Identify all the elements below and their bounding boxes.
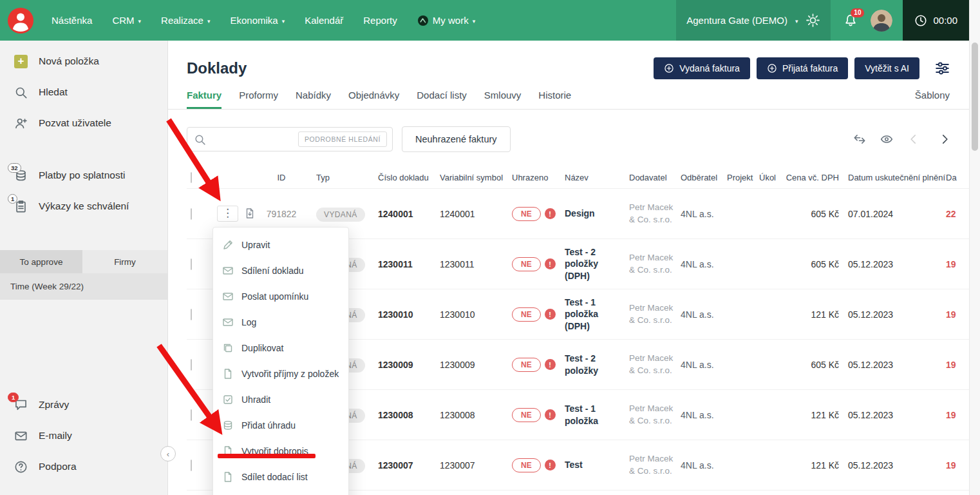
- sidebar-time-row[interactable]: Time (Week 29/22): [0, 273, 167, 300]
- time-tracker[interactable]: 00:00: [903, 0, 969, 41]
- menu-item-vytvo-it-p-jmy-z-polo-ek[interactable]: Vytvořit příjmy z položek: [213, 361, 348, 387]
- column-header-n-zev[interactable]: Název: [565, 173, 629, 182]
- pagination-next-icon[interactable]: [938, 133, 951, 146]
- tab-objedn-vky[interactable]: Objednávky: [348, 90, 399, 109]
- cell-odberatel: 4NL a.s.: [681, 259, 727, 269]
- menu-item-duplikovat[interactable]: Duplikovat: [213, 335, 348, 361]
- account-label: Agentura Gate (DEMO): [686, 15, 787, 26]
- scrollbar[interactable]: [969, 0, 980, 495]
- cell-odberatel: 4NL a.s.: [681, 209, 727, 219]
- row-checkbox[interactable]: [191, 309, 192, 320]
- document-tabs: FakturyProformyNabídkyObjednávkyDodací l…: [167, 90, 969, 110]
- warning-icon: !: [545, 309, 556, 320]
- cell-id: 791822: [267, 209, 297, 219]
- column-header-datum-uskute-n-n-pln-n[interactable]: Datum uskutečnění plnění: [847, 173, 943, 182]
- column-header-da[interactable]: Da: [943, 173, 969, 182]
- sidebar-item-reports-to-approve[interactable]: 1 Výkazy ke schválení: [0, 191, 167, 222]
- nav-item-label: Ekonomika: [230, 15, 278, 26]
- tab-faktury[interactable]: Faktury: [187, 90, 221, 109]
- column-header-dodavatel[interactable]: Dodavatel: [629, 173, 681, 182]
- avatar[interactable]: [871, 10, 892, 32]
- menu-item-log[interactable]: Log: [213, 309, 348, 335]
- sidebar-item-overdue-payments[interactable]: 32 Platby po splatnosti: [0, 160, 167, 191]
- cell-vs: 1230011: [440, 259, 512, 269]
- menu-item-sd-let-dodac-list[interactable]: Sdílet dodací list: [213, 464, 348, 490]
- nav-item-kalend[interactable]: Kalendář: [305, 15, 343, 26]
- row-menu-button[interactable]: ⋮: [217, 206, 238, 221]
- tab-smlouvy[interactable]: Smlouvy: [484, 90, 522, 109]
- menu-item-label: Uhradit: [241, 394, 270, 405]
- menu-item-sd-len-dokladu[interactable]: Sdílení dokladu: [213, 258, 348, 284]
- sidebar-item-support[interactable]: Podpora: [0, 451, 167, 482]
- sidebar-tab-firmy[interactable]: Firmy: [82, 250, 167, 273]
- column-header-cena-v-dph[interactable]: Cena vč. DPH: [786, 173, 847, 182]
- scrollbar-thumb[interactable]: [972, 43, 978, 151]
- tab-historie[interactable]: Historie: [538, 90, 571, 109]
- notifications-button[interactable]: 10: [843, 14, 858, 28]
- select-all-checkbox[interactable]: [191, 172, 192, 183]
- cell-datum: 05.12.2023: [847, 259, 943, 269]
- search-box[interactable]: PODROBNÉ HLEDÁNÍ: [187, 127, 393, 151]
- nav-item-realizace[interactable]: Realizace▾: [161, 15, 210, 26]
- column-header-variabiln-symbol[interactable]: Variabilní symbol: [440, 173, 512, 182]
- menu-item-p-idat-hradu[interactable]: Přidat úhradu: [213, 412, 348, 438]
- column-header-projekt[interactable]: Projekt: [727, 173, 759, 182]
- unpaid-badge: NE: [512, 458, 541, 472]
- gear-icon[interactable]: [806, 13, 820, 28]
- app-logo-icon[interactable]: [8, 8, 33, 34]
- menu-item-vytvo-it-dobropis[interactable]: Vytvořit dobropis: [213, 438, 348, 464]
- row-checkbox[interactable]: [191, 409, 192, 421]
- sidebar-item-search[interactable]: Hledat: [0, 77, 167, 108]
- help-icon: [14, 460, 28, 474]
- column-header-typ[interactable]: Typ: [307, 173, 370, 182]
- sidebar-item-messages[interactable]: 1 Zprávy: [0, 389, 167, 420]
- chevron-down-icon: ▾: [207, 18, 211, 24]
- cell-splatnost: 19: [943, 259, 969, 269]
- column-settings-icon[interactable]: [853, 133, 866, 146]
- nav-item-ekonomika[interactable]: Ekonomika▾: [230, 15, 285, 26]
- menu-item-cut-10[interactable]: [213, 490, 348, 495]
- app-window: NástěnkaCRM▾Realizace▾Ekonomika▾Kalendář…: [0, 0, 980, 495]
- sidebar-item-new-item[interactable]: + Nová položka: [0, 46, 167, 77]
- nav-item-my-work[interactable]: My work▾: [417, 15, 475, 26]
- tab-dodac-listy[interactable]: Dodací listy: [417, 90, 467, 109]
- menu-item-label: Upravit: [241, 240, 270, 250]
- sidebar-item-invite-user[interactable]: Pozvat uživatele: [0, 108, 167, 139]
- document-icon[interactable]: [244, 208, 256, 219]
- menu-item-upravit[interactable]: Upravit: [213, 232, 348, 258]
- cell-cislo: 1240001: [370, 209, 440, 219]
- filter-settings-icon[interactable]: [934, 61, 951, 76]
- cell-cena: 605 Kč: [811, 360, 847, 370]
- account-switcher[interactable]: Agentura Gate (DEMO) ▾: [676, 0, 831, 41]
- column-header-uhrazeno[interactable]: Uhrazeno: [512, 173, 565, 182]
- unpaid-invoices-filter-button[interactable]: Neuhrazené faktury: [402, 126, 511, 152]
- tab-proformy[interactable]: Proformy: [239, 90, 278, 109]
- sidebar-item-emails[interactable]: E-maily: [0, 420, 167, 451]
- row-checkbox[interactable]: [191, 359, 192, 371]
- sidebar-item-label: Zprávy: [39, 399, 69, 411]
- column-header-odb-ratel[interactable]: Odběratel: [681, 173, 727, 182]
- column-header-slo-dokladu[interactable]: Číslo dokladu: [370, 173, 440, 182]
- visibility-icon[interactable]: [880, 133, 893, 146]
- nav-item-reporty[interactable]: Reporty: [363, 15, 397, 26]
- tab-templates[interactable]: Šablony: [915, 90, 950, 109]
- column-header-id[interactable]: ID: [278, 173, 286, 182]
- tab-nab-dky[interactable]: Nabídky: [296, 90, 331, 109]
- nav-item-label: Realizace: [161, 15, 203, 26]
- pagination-prev-icon[interactable]: [907, 133, 920, 146]
- nav-item-n-st-nka[interactable]: Nástěnka: [52, 15, 92, 26]
- row-checkbox[interactable]: [191, 208, 192, 220]
- received-invoice-button[interactable]: Přijatá faktura: [757, 57, 848, 79]
- menu-item-poslat-upom-nku[interactable]: Poslat upomínku: [213, 284, 348, 309]
- row-checkbox[interactable]: [191, 258, 192, 270]
- sidebar-collapse-button[interactable]: ‹: [160, 446, 176, 461]
- column-header-kol[interactable]: Úkol: [759, 173, 785, 182]
- issued-invoice-button[interactable]: Vydaná faktura: [654, 57, 750, 79]
- sidebar-tab-to-approve[interactable]: To approve: [0, 250, 82, 273]
- ai-extract-button[interactable]: Vytěžit s AI: [854, 57, 919, 79]
- menu-item-uhradit[interactable]: Uhradit: [213, 387, 348, 412]
- advanced-search-button[interactable]: PODROBNÉ HLEDÁNÍ: [298, 131, 387, 147]
- row-checkbox[interactable]: [191, 460, 192, 471]
- nav-item-crm[interactable]: CRM▾: [112, 15, 141, 26]
- search-input[interactable]: [211, 133, 293, 145]
